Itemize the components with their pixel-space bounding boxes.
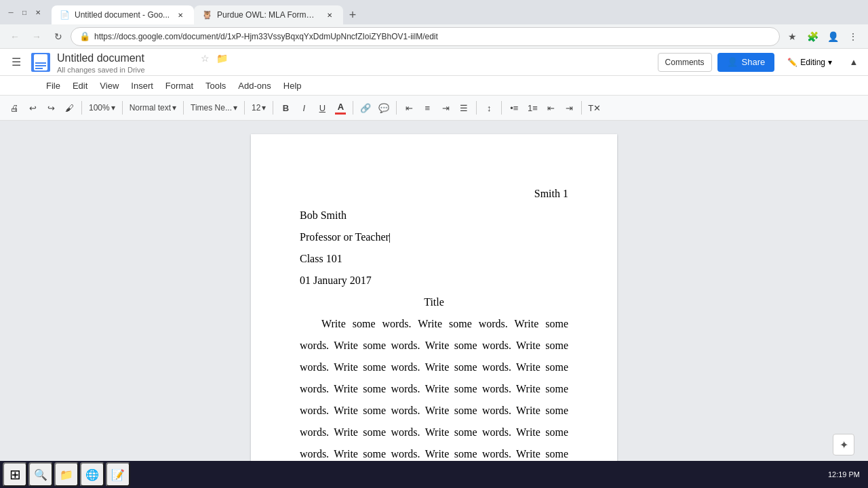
doc-line-1[interactable]: Bob Smith [300,205,568,226]
reload-icon: ↻ [54,31,62,42]
bold-button[interactable]: B [277,99,294,117]
underline-button[interactable]: U [313,99,331,117]
bookmark-button[interactable]: ★ [783,27,802,46]
editing-label: Editing [800,58,825,67]
menu-addons[interactable]: Add-ons [233,77,276,94]
increase-indent-button[interactable]: ⇥ [560,99,578,117]
doc-content[interactable]: Bob Smith Professor or Teacher Class 101… [300,205,568,488]
redo-button[interactable]: ↪ [42,99,60,117]
time-display: 12:19 PM [828,470,860,479]
toolbar-sep-4 [244,101,245,115]
docs-menu-button[interactable]: ☰ [5,52,27,73]
back-button[interactable]: ← [5,27,24,46]
italic-button[interactable]: I [295,99,313,117]
print-button[interactable]: 🖨 [5,99,23,117]
align-left-icon: ⇤ [406,103,413,113]
text-color-button[interactable]: A [332,99,349,117]
explore-icon: ✦ [840,439,848,451]
align-right-icon: ⇥ [442,103,450,113]
taskbar-chrome[interactable]: 🌐 [80,462,104,487]
folder-button[interactable]: 📁 [215,52,229,65]
tab-1[interactable]: 📄 Untitled document - Goo... ✕ [52,5,194,24]
font-select[interactable]: Times Ne... ▾ [187,99,241,117]
style-chevron-icon: ▾ [172,103,176,113]
tab-2-title: Purdue OWL: MLA Formatting... [217,10,319,20]
clear-format-icon: T✕ [588,103,601,113]
taskbar-time: 12:19 PM [823,470,865,479]
new-tab-button[interactable]: + [343,5,362,24]
decrease-indent-icon: ⇤ [547,103,555,113]
close-button[interactable]: ✕ [33,7,43,18]
menu-file[interactable]: File [41,77,66,94]
toolbar-sep-3 [183,101,184,115]
menu-view[interactable]: View [94,77,124,94]
taskbar: ⊞ 🔍 📁 🌐 📝 12:19 PM [0,461,868,488]
toolbar-sep-8 [476,101,477,115]
doc-line-4[interactable]: 01 January 2017 [300,270,568,291]
url-bar[interactable]: 🔒 https://docs.google.com/document/d/1xP… [71,27,780,46]
toolbar-sep-10 [581,101,582,115]
clear-format-button[interactable]: T✕ [585,99,604,117]
taskbar-search[interactable]: 🔍 [28,462,53,487]
doc-page[interactable]: Smith 1 Bob Smith Professor or Teacher C… [251,134,617,488]
tab-1-close[interactable]: ✕ [175,9,186,20]
numbered-list-icon: 1≡ [528,103,538,113]
line-spacing-button[interactable]: ↕ [480,99,498,117]
tab-1-favicon: 📄 [60,10,69,20]
profile-button[interactable]: 👤 [823,27,842,46]
editing-mode-button[interactable]: ✏️ Editing ▾ [780,53,840,72]
style-select[interactable]: Normal text ▾ [126,99,180,117]
share-label: Share [742,57,766,67]
paint-format-button[interactable]: 🖌 [60,99,78,117]
align-center-button[interactable]: ≡ [418,99,436,117]
back-icon: ← [10,31,20,42]
extensions-button[interactable]: 🧩 [803,27,822,46]
comments-button[interactable]: Comments [658,53,712,72]
menu-help[interactable]: Help [278,77,307,94]
reload-button[interactable]: ↻ [49,27,68,46]
explorer-icon: 📁 [60,468,73,481]
line-spacing-icon: ↕ [487,103,492,113]
lock-icon: 🔒 [79,31,90,41]
tab-2[interactable]: 🦉 Purdue OWL: MLA Formatting... ✕ [194,5,343,24]
doc-line-2[interactable]: Professor or Teacher [300,226,568,248]
start-button[interactable]: ⊞ [3,462,27,487]
menu-insert[interactable]: Insert [125,77,159,94]
font-size-label: 12 [252,103,260,113]
bullet-list-button[interactable]: •≡ [505,99,523,117]
tab-2-close[interactable]: ✕ [324,9,335,20]
link-button[interactable]: 🔗 [357,99,374,117]
docs-header-actions: Comments 👤 Share ✏️ Editing ▾ ▲ [658,53,863,72]
doc-title-line[interactable]: Title [300,291,568,313]
align-justify-button[interactable]: ☰ [455,99,473,117]
forward-button[interactable]: → [27,27,46,46]
doc-area[interactable]: Smith 1 Bob Smith Professor or Teacher C… [0,121,868,488]
font-size-select[interactable]: 12 ▾ [248,99,269,117]
text-color-icon: A [338,102,344,112]
align-right-button[interactable]: ⇥ [437,99,454,117]
maximize-button[interactable]: □ [19,7,30,18]
share-button[interactable]: 👤 Share [717,53,775,72]
collapse-toolbar-button[interactable]: ▲ [845,54,863,71]
star-button[interactable]: ☆ [199,52,211,65]
undo-button[interactable]: ↩ [24,99,41,117]
taskbar-explorer[interactable]: 📁 [54,462,79,487]
decrease-indent-button[interactable]: ⇤ [542,99,559,117]
menu-edit[interactable]: Edit [67,77,93,94]
minimize-button[interactable]: ─ [5,7,16,18]
more-button[interactable]: ⋮ [844,27,863,46]
align-left-button[interactable]: ⇤ [400,99,418,117]
doc-line-3[interactable]: Class 101 [300,248,568,270]
comment-button[interactable]: 💬 [375,99,393,117]
zoom-select[interactable]: 100% ▾ [85,99,119,117]
paint-format-icon: 🖌 [65,103,74,113]
menu-tools[interactable]: Tools [200,77,231,94]
pencil-icon: ✏️ [787,58,797,67]
taskbar-notepad[interactable]: 📝 [106,462,130,487]
doc-title-input[interactable] [54,51,195,66]
numbered-list-button[interactable]: 1≡ [524,99,541,117]
menu-format[interactable]: Format [160,77,199,94]
zoom-chevron-icon: ▾ [111,103,115,113]
header-right-text: Smith 1 [534,188,568,199]
explore-button[interactable]: ✦ [833,434,854,455]
